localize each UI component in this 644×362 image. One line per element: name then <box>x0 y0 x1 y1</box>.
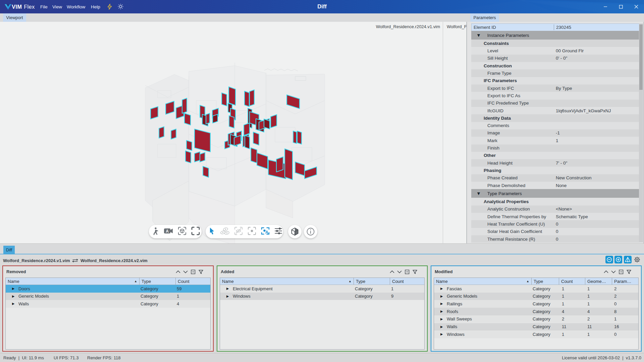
svg-text:A: A <box>166 229 169 234</box>
svg-text:A: A <box>265 230 269 235</box>
